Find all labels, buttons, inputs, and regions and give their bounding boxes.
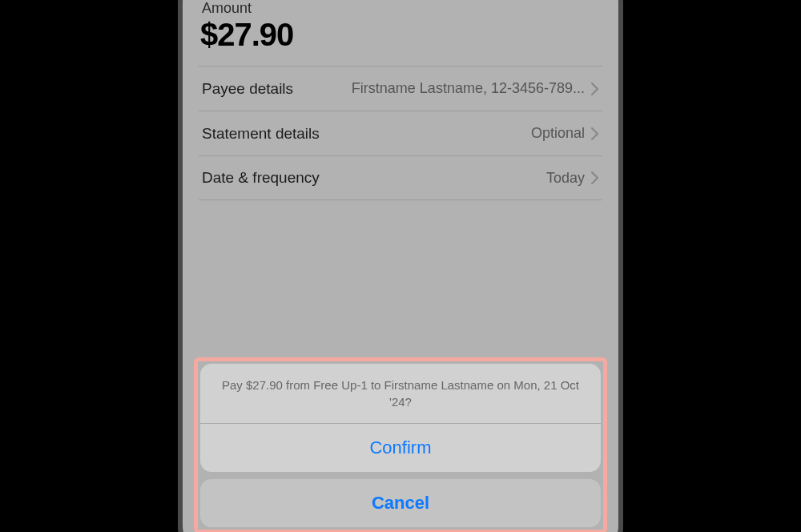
- action-sheet-highlight: Pay $27.90 from Free Up-1 to Firstname L…: [194, 357, 607, 532]
- chevron-right-icon: [591, 171, 599, 184]
- statement-value: Optional: [320, 125, 585, 142]
- amount-label: Amount: [202, 0, 602, 17]
- cancel-sheet: Cancel: [200, 479, 601, 527]
- phone-frame: Amount $27.90 Payee details Firstname La…: [168, 0, 633, 532]
- chevron-right-icon: [591, 83, 599, 95]
- confirmation-message: Pay $27.90 from Free Up-1 to Firstname L…: [200, 364, 601, 424]
- date-frequency-row[interactable]: Date & frequency Today: [199, 155, 602, 200]
- confirm-button[interactable]: Confirm: [200, 424, 601, 472]
- phone-inner: Amount $27.90 Payee details Firstname La…: [178, 0, 623, 532]
- statement-details-row[interactable]: Statement details Optional: [199, 111, 602, 155]
- phone-screen: Amount $27.90 Payee details Firstname La…: [183, 0, 618, 532]
- action-sheet: Pay $27.90 from Free Up-1 to Firstname L…: [200, 364, 601, 472]
- payee-details-row[interactable]: Payee details Firstname Lastname, 12-345…: [199, 66, 602, 111]
- chevron-right-icon: [591, 127, 599, 140]
- amount-value: $27.90: [200, 17, 602, 53]
- payee-value: Firstname Lastname, 12-3456-789...: [293, 80, 585, 97]
- date-label: Date & frequency: [202, 169, 320, 187]
- cancel-button[interactable]: Cancel: [200, 479, 601, 527]
- statement-label: Statement details: [202, 125, 320, 143]
- payee-label: Payee details: [202, 80, 293, 98]
- date-value: Today: [320, 170, 585, 187]
- payment-content: Amount $27.90 Payee details Firstname La…: [183, 0, 618, 200]
